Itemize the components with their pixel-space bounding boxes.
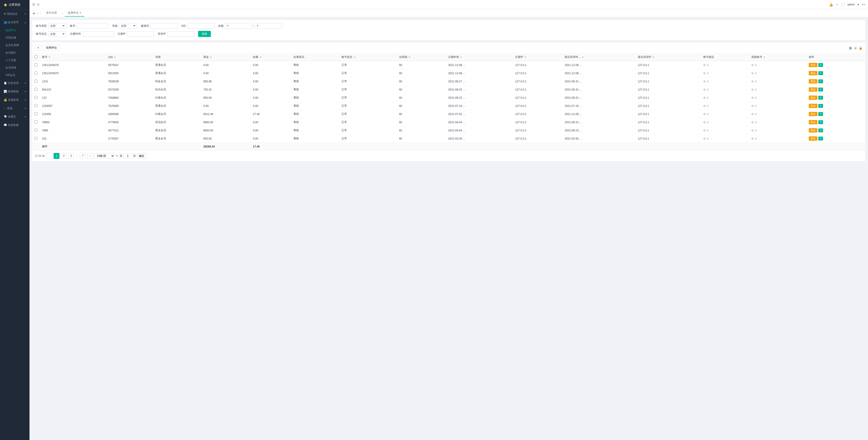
row-checkbox-input-9[interactable] <box>34 137 37 140</box>
row-checkbox-input-4[interactable] <box>34 96 37 99</box>
sidebar-item-system-settings[interactable]: ⚙ 系统设定 ▾ <box>0 10 30 18</box>
select-all-checkbox[interactable] <box>34 55 37 58</box>
sort-gold-icon[interactable]: ⇅ <box>210 56 212 58</box>
edit-button-1[interactable]: ✎ <box>818 71 823 75</box>
breadcrumb-back-icon[interactable]: ◀ <box>32 11 35 15</box>
invite-code-input[interactable] <box>150 23 178 29</box>
print-icon[interactable]: 🖨 <box>854 46 857 50</box>
breadcrumb-tab-basic-settings[interactable]: 基本设置 <box>43 9 60 17</box>
sort-account-icon[interactable]: ⇅ <box>49 56 51 58</box>
page-3-button[interactable]: 3 <box>68 153 74 159</box>
row-action-9: 黄金 ✎ <box>806 134 865 143</box>
row-checkbox-input-6[interactable] <box>34 112 37 115</box>
gold-button-0[interactable]: 黄金 <box>809 63 817 67</box>
gold-button-4[interactable]: 黄金 <box>809 96 817 100</box>
fullscreen-icon[interactable]: ⛶ <box>841 3 845 6</box>
sidebar-item-member-bank[interactable]: 会员银行 <box>0 49 30 57</box>
user-dropdown-icon[interactable]: ▾ <box>858 3 859 6</box>
table-row: 1234567 7525095 普通会员 0.00 0.00 离线 正常 60 … <box>32 102 865 110</box>
edit-button-7[interactable]: ✎ <box>818 120 823 124</box>
lock-toggle-0: 去 <box>703 63 747 67</box>
sort-reg-time-icon[interactable]: ⇅ <box>460 56 462 58</box>
level-select[interactable]: 全部 <box>119 23 137 29</box>
gold-button-3[interactable]: 黄金 <box>809 87 817 92</box>
row-checkbox-input-7[interactable] <box>34 121 37 123</box>
balance-to-input[interactable] <box>255 23 282 29</box>
user-label[interactable]: admin <box>847 3 855 6</box>
star-icon[interactable]: ☆ <box>836 3 839 6</box>
row-checkbox-input-3[interactable] <box>34 88 37 91</box>
sort-status-icon[interactable]: ⇅ <box>354 56 355 58</box>
page-7-button[interactable]: 7 <box>80 153 86 159</box>
sort-uid-icon[interactable]: ⇅ <box>114 56 116 59</box>
sidebar-item-task-management[interactable]: 📋 任务管理 ▾ <box>0 79 30 87</box>
page-size-select[interactable]: 10条/页 20条/页 50条/页 <box>94 153 115 159</box>
gold-button-9[interactable]: 黄金 <box>809 136 817 141</box>
sidebar-item-recharge[interactable]: 💰 充值提现 ▾ <box>0 96 30 104</box>
next-page-button[interactable]: › <box>87 153 93 159</box>
gold-button-8[interactable]: 黄金 <box>809 128 817 132</box>
sidebar-item-member-center[interactable]: 会员中心 <box>0 27 30 34</box>
sidebar-item-agent-migrate[interactable]: 代理迁移 <box>0 34 30 41</box>
page-2-button[interactable]: 2 <box>61 153 67 159</box>
breadcrumb-home-icon[interactable]: ⌂ <box>36 11 38 15</box>
sidebar-item-manual-deposit[interactable]: 人工存提 <box>0 57 30 64</box>
sort-reg-ip-icon[interactable]: ⇅ <box>524 56 526 58</box>
menu-icon[interactable]: ☰ <box>32 3 35 6</box>
account-input[interactable] <box>77 23 108 29</box>
row-checkbox-input-8[interactable] <box>34 129 37 132</box>
account-type-select[interactable]: 全部 <box>48 23 66 29</box>
sidebar-item-member-tree[interactable]: 会员关系树 <box>0 41 30 49</box>
sidebar-item-member-level[interactable]: 会员等级 <box>0 64 30 71</box>
balance-from-input[interactable] <box>225 23 252 29</box>
gold-button-2[interactable]: 黄金 <box>809 79 817 84</box>
sidebar-item-online-service[interactable]: 💬 在线客服 <box>0 121 30 129</box>
sort-last-login-icon[interactable]: ⇅ <box>582 56 584 58</box>
page-confirm-button[interactable]: 确定 <box>137 153 146 159</box>
gold-button-7[interactable]: 黄金 <box>809 120 817 124</box>
row-checkbox-input-2[interactable] <box>34 80 37 83</box>
uid-input[interactable] <box>187 23 214 29</box>
row-checkbox-input-1[interactable] <box>34 71 37 74</box>
refresh-icon[interactable]: ↻ <box>37 3 40 6</box>
account-status-select[interactable]: 全部 <box>48 31 66 37</box>
reg-time-input[interactable] <box>82 31 114 37</box>
page-1-button[interactable]: 1 <box>54 153 59 159</box>
sidebar-item-vip-member[interactable]: VIP会员 <box>0 71 30 79</box>
edit-button-0[interactable]: ✎ <box>818 63 823 67</box>
row-checkbox-input-0[interactable] <box>34 63 37 66</box>
expand-right-icon[interactable]: >> <box>862 3 865 6</box>
sidebar-item-report-data[interactable]: 📊 报表数据 ▾ <box>0 87 30 96</box>
edit-button-8[interactable]: ✎ <box>818 128 823 132</box>
pagination-refresh-icon[interactable]: ↻ <box>116 154 118 157</box>
gold-button-5[interactable]: 黄金 <box>809 104 817 108</box>
page-jump-input[interactable] <box>123 153 132 158</box>
edit-button-5[interactable]: ✎ <box>818 104 823 108</box>
edit-button-2[interactable]: ✎ <box>818 80 823 83</box>
add-button[interactable]: + <box>35 45 41 51</box>
sort-credit-icon[interactable]: ⇅ <box>408 56 410 58</box>
columns-icon[interactable]: ▦ <box>849 46 852 50</box>
lock-icon[interactable]: 🔒 <box>859 46 863 50</box>
notification-icon[interactable]: 🔔 <box>829 3 833 6</box>
reg-ip-input[interactable] <box>127 31 154 37</box>
risk-dot-4 <box>751 97 754 99</box>
sidebar-item-member-management[interactable]: 👥 会员管理 ▴ <box>0 18 30 27</box>
sort-last-ip-icon[interactable]: ⇅ <box>652 56 654 58</box>
sidebar-item-other[interactable]: ⋯ 其他 ▾ <box>0 104 30 113</box>
edit-button-9[interactable]: ✎ <box>818 136 823 140</box>
row-checkbox-input-5[interactable] <box>34 104 37 107</box>
prev-page-button[interactable]: ‹ <box>46 153 52 159</box>
login-ip-input[interactable] <box>167 31 194 37</box>
edit-button-6[interactable]: ✎ <box>818 112 823 116</box>
sort-balance-icon[interactable]: ⇅ <box>259 56 261 58</box>
gold-button-1[interactable]: 黄金 <box>809 71 817 75</box>
sidebar-item-balance-treasure[interactable]: 💎 余额宝 ▾ <box>0 113 30 121</box>
edit-button-3[interactable]: ✎ <box>818 88 823 91</box>
gold-button-6[interactable]: 黄金 <box>809 112 817 116</box>
sort-risk-icon[interactable]: ⇅ <box>764 56 765 58</box>
breadcrumb-tab-member-center[interactable]: 会员中心 × <box>65 9 84 17</box>
credit-eval-button[interactable]: 信用评估 <box>43 45 59 51</box>
edit-button-4[interactable]: ✎ <box>818 96 823 100</box>
search-button[interactable]: 搜索 <box>198 31 211 37</box>
